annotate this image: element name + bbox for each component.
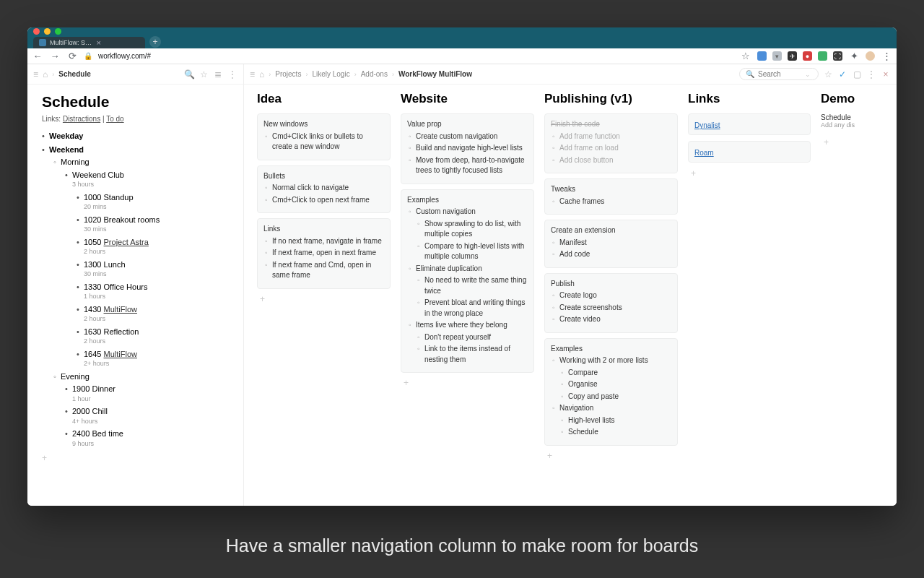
breadcrumb[interactable]: Projects [275,70,301,78]
list-item[interactable]: Show sprawling to do list, with multiple… [424,219,528,240]
link-distractions[interactable]: Distractions [63,115,100,123]
card[interactable]: Examples Working with 2 or more lists Co… [544,338,678,446]
add-card-button[interactable]: + [688,168,811,178]
add-card-button[interactable]: + [821,137,864,147]
list-item[interactable]: Build and navigate high-level lists [416,143,528,154]
tree-item[interactable]: Weekend Club 3 hours 1000 Standup20 mins… [72,169,233,369]
card[interactable]: Publish Create logo Create screenshots C… [544,273,678,333]
extension-icon[interactable]: ● [803,51,812,61]
tree-item[interactable]: 1050 Project Astra2 hours [84,236,233,257]
list-item[interactable]: Schedule [568,427,671,438]
url-text[interactable]: workflowy.com/# [98,52,151,60]
link-roam[interactable]: Roam [694,149,714,157]
tree-item[interactable]: Weekend Morning Weekend Club 3 hours 100… [49,144,233,449]
list-item[interactable]: Link to the items instead of nesting the… [424,344,528,365]
link-multiflow[interactable]: MultiFlow [104,350,137,358]
list-item[interactable]: Create logo [559,290,671,301]
list-item[interactable]: Copy and paste [568,392,671,402]
card[interactable]: Examples Custom navigation Show sprawlin… [401,189,534,374]
card[interactable]: New windows Cmd+Click links or bullets t… [257,113,391,160]
home-icon[interactable]: ⌂ [259,69,264,79]
list-item[interactable]: Add frame on load [559,143,671,154]
close-icon[interactable]: × [881,69,891,79]
tree-item[interactable]: Morning Weekend Club 3 hours 1000 Standu… [61,156,233,369]
tree-item[interactable]: 1630 Reflection2 hours [84,326,233,347]
card[interactable]: Create an extension Manifest Add code [544,220,678,268]
search-box[interactable]: 🔍 ⌄ [739,68,819,80]
list-item[interactable]: Add frame function [559,131,671,142]
star-icon[interactable]: ☆ [740,51,751,61]
list-item[interactable]: Don't repeat yourself [424,332,528,343]
list-item[interactable]: Items live where they belong Don't repea… [416,320,528,365]
tree-item[interactable]: 1330 Office Hours1 hours [84,281,233,302]
list-icon[interactable]: ≣ [213,69,223,79]
list-item[interactable]: If no next frame, navigate in frame [272,236,384,247]
card[interactable]: Tweaks Cache frames [544,178,678,215]
star-icon[interactable]: ☆ [823,69,833,79]
more-icon[interactable]: ⋮ [227,69,237,79]
list-item[interactable]: Cmd+Click to open next frame [272,195,384,206]
add-card-button[interactable]: + [544,451,678,461]
menu-icon[interactable]: ≡ [250,69,255,79]
link-todo[interactable]: To do [106,115,123,123]
close-window-button[interactable] [33,28,40,35]
minimize-window-button[interactable] [44,28,51,35]
breadcrumb[interactable]: Likely Logic [312,70,349,78]
extension-icon[interactable]: ▾ [772,51,782,61]
list-item[interactable]: Compare to high-level lists with multipl… [424,241,528,262]
link-card[interactable]: Roam [688,141,811,163]
maximize-window-button[interactable] [55,28,61,35]
panel-icon[interactable]: ▢ [852,69,862,79]
extension-icon[interactable] [757,51,767,61]
tree-item[interactable]: 1900 Dinner1 hour [72,383,233,404]
list-item[interactable]: Add code [559,249,671,260]
tree-item[interactable]: 2400 Bed time9 hours [72,428,233,449]
tree-item[interactable]: 1430 MultiFlow2 hours [84,303,233,324]
list-item[interactable]: Create custom navigation [416,131,528,142]
list-item[interactable]: Normal click to navigate [272,183,384,194]
profile-avatar[interactable] [866,51,875,61]
list-item[interactable]: Create video [559,314,671,325]
extension-icon[interactable]: ⛶ [833,51,842,61]
list-item[interactable]: If next frame and Cmd, open in same fram… [272,260,384,281]
list-item[interactable]: Create screenshots [559,303,671,314]
browser-tab[interactable]: MultiFlow: Schedule + HIGH LE × [33,37,145,48]
list-item[interactable]: Prevent bloat and writing things in the … [424,298,528,319]
list-item[interactable]: Organise [568,379,671,390]
list-item[interactable]: Custom navigation Show sprawling to do l… [416,207,528,262]
link-card[interactable]: Dynalist [688,113,811,135]
home-icon[interactable]: ⌂ [43,69,48,79]
back-button[interactable]: ← [32,51,43,61]
tree-item[interactable]: 1020 Breakout rooms30 mins [84,214,233,235]
star-icon[interactable]: ☆ [199,69,209,79]
search-icon[interactable]: 🔍 [184,69,194,79]
list-item[interactable]: No need to write the same thing twice [424,275,528,296]
tree-item[interactable]: 1300 Lunch30 mins [84,259,233,280]
list-item[interactable]: High-level lists [568,415,671,426]
link-multiflow[interactable]: MultiFlow [104,305,137,314]
add-card-button[interactable]: + [257,294,391,304]
close-tab-icon[interactable]: × [97,38,140,47]
list-item[interactable]: Manifest [559,238,671,249]
check-icon[interactable]: ✓ [837,69,847,79]
breadcrumb[interactable]: WorkFlowy MultiFlow [398,70,472,78]
tree-item[interactable]: Weekday [49,130,233,142]
list-item[interactable]: Compare [568,368,671,379]
card[interactable]: Links If no next frame, navigate in fram… [257,218,391,289]
extension-icon[interactable]: ✈ [788,51,797,61]
list-item[interactable]: Working with 2 or more lists Compare Org… [559,355,671,402]
link-project-astra[interactable]: Project Astra [104,238,149,246]
chevron-down-icon[interactable]: ⌄ [805,71,811,78]
card[interactable]: Bullets Normal click to navigate Cmd+Cli… [257,165,391,214]
tree-item[interactable]: Evening 1900 Dinner1 hour 2000 Chill4+ h… [61,371,233,449]
card[interactable]: Value prop Create custom navigation Buil… [401,113,534,184]
menu-icon[interactable]: ≡ [33,69,38,79]
list-item[interactable]: Cmd+Click links or bullets to create a n… [272,131,384,152]
forward-button[interactable]: → [49,51,61,61]
list-item[interactable]: If next frame, open in next frame [272,248,384,259]
breadcrumb[interactable]: Schedule [58,70,90,78]
list-item[interactable]: Move from deep, hard-to-navigate trees t… [416,155,528,176]
extensions-menu-icon[interactable]: ✦ [848,51,860,61]
breadcrumb[interactable]: Add-ons [361,70,388,78]
tree-item[interactable]: 2000 Chill4+ hours [72,405,233,426]
